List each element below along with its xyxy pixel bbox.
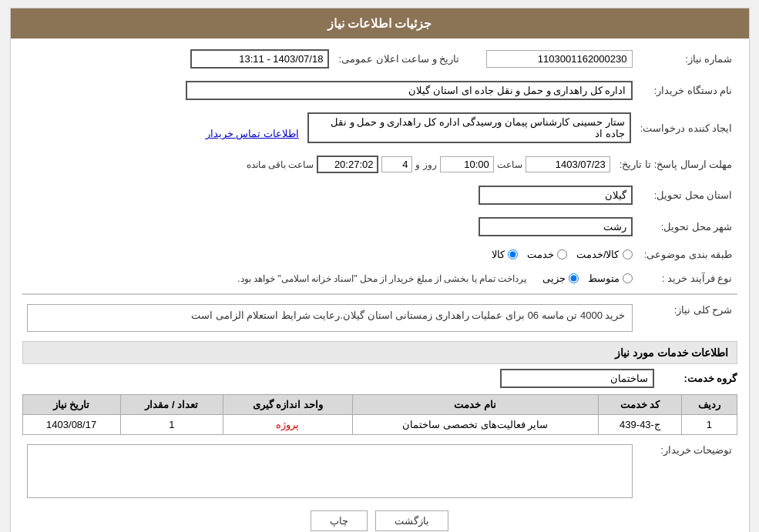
send-days-value: 4 xyxy=(381,156,412,172)
send-time-value: 10:00 xyxy=(440,156,494,172)
creator-label: ایجاد کننده درخواست: xyxy=(636,109,737,146)
category-kala-khedmat-radio[interactable] xyxy=(623,249,633,259)
service-group-value: ساختمان xyxy=(500,369,654,388)
col-quantity: تعداد / مقدار xyxy=(120,395,223,415)
need-description-label: شرح کلی نیاز: xyxy=(637,301,737,335)
category-label: طبقه بندی موضوعی: xyxy=(637,246,737,263)
need-number-label: شماره نیاز: xyxy=(637,46,737,72)
city-value: رشت xyxy=(479,217,633,236)
service-table: ردیف کد خدمت نام خدمت واحد اندازه گیری ت… xyxy=(22,394,737,435)
col-need-date: تاریخ نیاز xyxy=(22,395,120,415)
service-info-header: اطلاعات خدمات مورد نیاز xyxy=(22,341,737,364)
need-description-value: خرید 4000 تن ماسه 06 برای عملیات راهداری… xyxy=(27,304,633,332)
cell-service-name: سایر فعالیت‌های تخصصی ساختمان xyxy=(352,415,598,435)
province-label: استان محل تحویل: xyxy=(637,182,737,208)
separator1 xyxy=(22,293,737,295)
purchase-type-label: نوع فرآیند خرید : xyxy=(637,269,737,287)
creator-value: ستار حسینی کارشناس پیمان ورسیدگی اداره ک… xyxy=(307,112,631,143)
purchase-type-description: پرداخت تمام یا بخشی از مبلغ خریدار از مح… xyxy=(237,273,526,284)
purchase-type-jozei-option[interactable]: جزیی xyxy=(542,273,579,284)
col-service-code: کد خدمت xyxy=(598,395,681,415)
need-number-value: 1103001162000230 xyxy=(486,50,633,68)
purchase-type-jozei-radio[interactable] xyxy=(569,273,579,283)
cell-row-num: 1 xyxy=(682,415,737,435)
category-khedmat-label: خدمت xyxy=(527,249,554,260)
send-deadline-label: مهلت ارسال پاسخ: تا تاریخ: xyxy=(615,152,737,176)
col-service-name: نام خدمت xyxy=(352,395,598,415)
page-title: جزئیات اطلاعات نیاز xyxy=(11,8,749,38)
category-kala-option[interactable]: کالا xyxy=(492,249,518,260)
buyer-notes-label: توضیحات خریدار: xyxy=(637,441,737,501)
send-days-label: روز و xyxy=(415,159,436,170)
action-buttons: بازگشت چاپ xyxy=(22,510,737,531)
purchase-type-mottaset-radio[interactable] xyxy=(623,273,633,283)
col-unit: واحد اندازه گیری xyxy=(223,395,352,415)
requester-org-label: نام دستگاه خریدار: xyxy=(637,78,737,103)
province-value: گیلان xyxy=(479,186,633,205)
cell-unit: پروژه xyxy=(223,415,352,435)
table-row: 1 ج-43-439 سایر فعالیت‌های تخصصی ساختمان… xyxy=(22,415,737,435)
purchase-type-jozei-label: جزیی xyxy=(542,273,566,284)
col-row-num: ردیف xyxy=(682,395,737,415)
send-time-label: ساعت xyxy=(497,159,522,170)
announcement-datetime-label: تاریخ و ساعت اعلان عمومی: xyxy=(334,46,467,72)
purchase-type-mottaset-label: متوسط xyxy=(588,273,620,284)
send-remaining-label: ساعت باقی مانده xyxy=(247,159,314,170)
back-button[interactable]: بازگشت xyxy=(375,510,448,531)
category-kala-khedmat-label: کالا/خدمت xyxy=(576,249,620,260)
category-khedmat-option[interactable]: خدمت xyxy=(527,249,567,260)
cell-service-code: ج-43-439 xyxy=(598,415,681,435)
buyer-notes-value[interactable] xyxy=(27,444,633,498)
purchase-type-mottaset-option[interactable]: متوسط xyxy=(588,273,633,284)
category-kala-khedmat-option[interactable]: کالا/خدمت xyxy=(576,249,633,260)
category-kala-label: کالا xyxy=(492,249,505,260)
send-date-value: 1403/07/23 xyxy=(526,156,610,172)
category-khedmat-radio[interactable] xyxy=(557,249,567,259)
category-kala-radio[interactable] xyxy=(508,249,518,259)
print-button[interactable]: چاپ xyxy=(311,510,368,531)
send-remaining-value: 20:27:02 xyxy=(317,156,378,173)
cell-need-date: 1403/08/17 xyxy=(22,415,120,435)
city-label: شهر محل تحویل: xyxy=(637,214,737,239)
requester-org-value: اداره کل راهداری و حمل و نقل جاده ای است… xyxy=(186,81,633,100)
announcement-datetime-value: 1403/07/18 - 13:11 xyxy=(190,49,329,69)
cell-quantity: 1 xyxy=(120,415,223,435)
service-group-label: گروه خدمت: xyxy=(660,373,737,384)
creator-contact-link[interactable]: اطلاعات تماس خریدار xyxy=(206,128,299,139)
